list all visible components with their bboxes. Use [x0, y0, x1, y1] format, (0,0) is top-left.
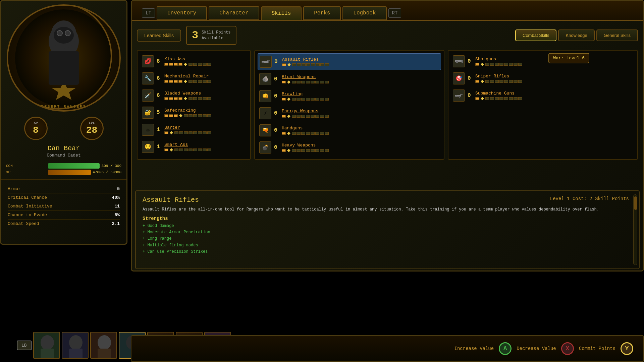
evade-label: Chance to Evade — [8, 213, 47, 218]
svg-rect-25 — [262, 62, 264, 63]
speed-row: Combat Speed 2.1 — [8, 220, 120, 228]
ap-label: AP — [34, 121, 38, 125]
xp-bar — [48, 170, 91, 175]
sniper-rifles-icon: 🎯 — [453, 72, 465, 84]
portrait-2[interactable] — [62, 332, 89, 359]
xp-label: XP — [6, 170, 46, 174]
handguns-icon: 🔫 — [259, 124, 271, 136]
initiative-value: 11 — [114, 204, 120, 209]
skill-safecracking[interactable]: 🔐 5 Safecracking _ — [140, 105, 248, 121]
skills-columns: 💋 8 Kiss Ass 🔧 — [137, 50, 638, 160]
skill-brawling[interactable]: 👊 0 Brawling — [258, 88, 441, 104]
heavy-weapons-level: 0 — [274, 144, 279, 150]
learned-skills-button[interactable]: Learned Skills — [137, 29, 181, 42]
description-panel: Assault Rifles Level 1 Cost: 2 Skill Poi… — [135, 190, 640, 269]
tab-perks[interactable]: Perks — [303, 6, 341, 20]
blunt-weapons-name: Blunt Weapons — [282, 74, 439, 79]
stat-bars: CON 309 / 309 XP 47606 / 50300 — [1, 161, 126, 178]
skill-smart-ass[interactable]: 😏 1 Smart Ass — [140, 139, 248, 155]
character-portrait: DESERT RANGERS — [7, 4, 121, 112]
con-label: CON — [6, 164, 46, 168]
lvl-circle: LVL 28 — [80, 117, 104, 140]
skill-points-num: 3 — [192, 29, 198, 42]
strengths-list: + Good damage + Moderate Armor Penetrati… — [143, 223, 632, 255]
char-name: Dan Bear — [1, 144, 126, 152]
combat-skills-right: 0 Shotguns 🎯 0 — [448, 50, 638, 160]
skill-barter[interactable]: ⚖️ 1 Barter — [140, 122, 248, 138]
knowledge-tab[interactable]: Knowledge — [558, 29, 594, 41]
skill-mechanical-repair[interactable]: 🔧 6 Mechanical Repair — [140, 70, 248, 86]
general-skills-tab[interactable]: General Skills — [596, 29, 638, 41]
skill-kiss-ass[interactable]: 💋 8 Kiss Ass — [140, 53, 248, 69]
skill-sniper-rifles[interactable]: 🎯 0 Sniper Rifles — [451, 70, 635, 86]
shotguns-icon — [453, 55, 465, 67]
decrease-label: Decrease Value — [517, 346, 556, 351]
tab-inventory[interactable]: Inventory — [157, 6, 207, 20]
skill-shotguns[interactable]: 0 Shotguns — [451, 53, 635, 69]
tab-logbook[interactable]: Logbook — [342, 6, 386, 20]
crit-label: Critical Chance — [8, 195, 47, 200]
strength-1: + Good damage — [143, 223, 632, 229]
portrait-3[interactable] — [90, 332, 117, 359]
bladed-weapons-info: Bladed Weapons — [164, 91, 246, 100]
assault-rifles-name: Assault Rifles — [282, 57, 439, 62]
mech-repair-icon: 🔧 — [142, 72, 154, 84]
brawling-level: 0 — [274, 93, 279, 99]
svg-rect-30 — [460, 94, 463, 95]
increase-button[interactable]: A — [499, 342, 512, 355]
ranger-text: DESERT RANGERS — [41, 105, 86, 109]
mech-repair-name: Mechanical Repair — [164, 74, 246, 79]
svg-rect-24 — [268, 60, 269, 63]
assault-rifles-level: 0 — [274, 59, 279, 65]
portrait-1[interactable] — [33, 332, 60, 359]
energy-weapons-bar — [282, 115, 439, 118]
assault-rifles-icon — [260, 56, 272, 68]
svg-point-12 — [98, 335, 111, 350]
tab-character[interactable]: Character — [209, 6, 259, 20]
svg-rect-28 — [456, 61, 458, 63]
strength-3: + Long range — [143, 236, 632, 242]
speed-value: 2.1 — [112, 221, 120, 226]
skill-points-box: 3 Skill PointsAvailable — [186, 26, 236, 45]
main-panel: LT Inventory Character Skills Perks Logb… — [131, 0, 644, 272]
handguns-bar — [282, 132, 439, 135]
lt-button[interactable]: LT — [142, 8, 155, 18]
evade-row: Chance to Evade 8% — [8, 211, 120, 220]
rt-button[interactable]: RT — [388, 8, 401, 18]
handguns-level: 0 — [274, 127, 279, 133]
skill-assault-rifles[interactable]: 0 Assault Rifles — [258, 53, 441, 70]
heavy-weapons-icon: 💣 — [259, 141, 271, 154]
crit-row: Critical Chance 40% — [8, 193, 120, 202]
smart-ass-info: Smart Ass — [164, 142, 246, 152]
skill-blunt-weapons[interactable]: 🪨 0 Blunt Weapons — [258, 71, 441, 87]
skill-heavy-weapons[interactable]: 💣 0 Heavy Weapons — [258, 139, 441, 156]
left-panel: DESERT RANGERS AP 8 LVL 28 Dan Bear Comm… — [0, 0, 127, 245]
skill-bladed-weapons[interactable]: 🗡️ 6 Bladed Weapons — [140, 87, 248, 104]
skill-cat-tabs: Combat Skills Knowledge General Skills — [515, 29, 638, 41]
blunt-weapons-bar — [282, 80, 439, 84]
skill-energy-weapons[interactable]: ⚡ 0 Energy Weapons — [258, 105, 441, 121]
decrease-button[interactable]: X — [561, 342, 574, 355]
sniper-rifles-info: Sniper Rifles — [475, 74, 633, 83]
skill-handguns[interactable]: 🔫 0 Handguns — [258, 122, 441, 138]
kiss-ass-info: Kiss Ass — [164, 57, 246, 66]
description-scrollbar[interactable] — [633, 194, 637, 265]
tab-skills[interactable]: Skills — [261, 6, 302, 20]
barter-icon: ⚖️ — [142, 124, 154, 136]
mech-repair-info: Mechanical Repair — [164, 74, 246, 83]
safecracking-info: Safecracking _ — [164, 108, 246, 117]
xp-value: 47606 / 50300 — [93, 170, 121, 174]
ap-circle: AP 8 — [24, 117, 48, 140]
skill-submachine-guns[interactable]: 0 Submachine Guns — [451, 87, 635, 104]
safecracking-bar — [164, 114, 246, 117]
bottom-controls-bar: Increase Value A Decrease Value X Commit… — [131, 335, 644, 362]
submachine-guns-info: Submachine Guns — [475, 91, 633, 100]
commit-button[interactable]: Y — [621, 342, 633, 355]
combat-skills-tab[interactable]: Combat Skills — [515, 29, 556, 41]
skills-header: Learned Skills 3 Skill PointsAvailable C… — [137, 26, 638, 45]
bladed-weapons-level: 6 — [157, 93, 162, 99]
evade-value: 8% — [114, 213, 120, 218]
lvl-label: LVL — [89, 121, 95, 125]
lb-button[interactable]: LB — [17, 341, 32, 350]
barter-bar — [164, 131, 246, 134]
